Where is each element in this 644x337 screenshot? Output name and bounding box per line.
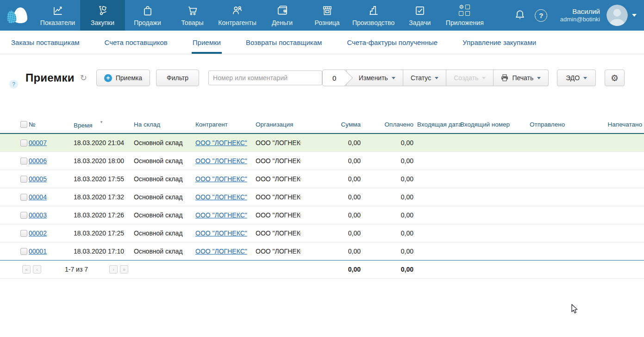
handtruck-icon bbox=[97, 5, 109, 17]
tab-supplier-returns[interactable]: Возвраты поставщикам bbox=[246, 31, 322, 54]
row-select-cell bbox=[0, 152, 29, 170]
column-header-time[interactable]: Время▾ bbox=[72, 117, 132, 134]
nav-item-label: Производство bbox=[352, 19, 394, 26]
document-link[interactable]: 00003 bbox=[29, 211, 47, 219]
table-row[interactable]: 00001 18.03.2020 17:10 Основной склад ОО… bbox=[0, 242, 644, 260]
apps-grid-icon: ⚙ bbox=[459, 5, 470, 17]
tab-label: Приемки bbox=[193, 38, 221, 46]
tab-supplier-orders[interactable]: Заказы поставщикам bbox=[11, 31, 80, 54]
incoming-number-cell bbox=[458, 242, 528, 260]
row-checkbox[interactable] bbox=[20, 158, 27, 165]
nav-item-sales[interactable]: Продажи bbox=[125, 0, 170, 31]
document-link[interactable]: 00007 bbox=[29, 139, 47, 146]
search-input[interactable] bbox=[208, 70, 322, 85]
people-icon bbox=[231, 5, 244, 17]
paid-cell: 0,00 bbox=[363, 206, 415, 224]
column-header-organization[interactable]: Организация bbox=[254, 117, 301, 134]
sum-cell: 0,00 bbox=[301, 170, 363, 188]
column-header-counterparty[interactable]: Контрагент bbox=[194, 117, 254, 134]
counterparty-link[interactable]: ООО "ЛОГНЕКС" bbox=[195, 211, 247, 219]
table-row[interactable]: 00004 18.03.2020 17:32 Основной склад ОО… bbox=[0, 188, 644, 206]
row-checkbox[interactable] bbox=[20, 140, 27, 146]
table-header-row: № Время▾ На склад Контрагент Организация… bbox=[0, 117, 644, 134]
nav-item-purchases[interactable]: Закупки bbox=[80, 0, 125, 31]
refresh-icon[interactable]: ↻ bbox=[80, 74, 87, 82]
counterparty-link[interactable]: ООО "ЛОГНЕКС" bbox=[195, 229, 247, 237]
prev-page-button[interactable]: ‹ bbox=[33, 265, 41, 273]
nav-item-apps[interactable]: ⚙ Приложения bbox=[442, 0, 487, 31]
column-header-sum[interactable]: Сумма bbox=[301, 117, 363, 134]
tab-receipts[interactable]: Приемки bbox=[193, 31, 221, 54]
selected-counter[interactable]: 0 bbox=[322, 70, 347, 86]
status-dropdown[interactable]: Статус bbox=[403, 70, 446, 86]
filter-button[interactable]: Фильтр bbox=[156, 70, 199, 86]
row-select-cell bbox=[0, 170, 29, 188]
document-link[interactable]: 00001 bbox=[29, 248, 47, 255]
incoming-date-cell bbox=[415, 242, 458, 260]
tab-supplier-invoices[interactable]: Счета поставщиков bbox=[105, 31, 168, 54]
document-link[interactable]: 00002 bbox=[29, 229, 47, 237]
tab-received-vat-invoices[interactable]: Счета-фактуры полученные bbox=[347, 31, 438, 54]
chevron-down-icon bbox=[583, 77, 587, 79]
paid-cell: 0,00 bbox=[363, 134, 415, 152]
column-header-sent[interactable]: Отправлено bbox=[528, 117, 579, 134]
shopping-cart-icon bbox=[187, 5, 199, 17]
column-header-number[interactable]: № bbox=[29, 117, 72, 134]
first-page-button[interactable]: « bbox=[22, 265, 31, 273]
receipts-table: № Время▾ На склад Контрагент Организация… bbox=[0, 117, 644, 279]
table-row[interactable]: 00003 18.03.2020 17:26 Основной склад ОО… bbox=[0, 206, 644, 224]
tab-label: Заказы поставщикам bbox=[11, 38, 80, 46]
user-menu[interactable]: Василий admin@botinki bbox=[560, 7, 600, 24]
counterparty-link[interactable]: ООО "ЛОГНЕКС" bbox=[195, 193, 247, 201]
warehouse-cell: Основной склад bbox=[132, 224, 194, 242]
nav-item-production[interactable]: Производство bbox=[350, 0, 397, 31]
help-button[interactable]: ? bbox=[531, 9, 552, 22]
nav-item-money[interactable]: Деньги bbox=[260, 0, 305, 31]
table-row[interactable]: 00005 18.03.2020 17:55 Основной склад ОО… bbox=[0, 170, 644, 188]
select-all-checkbox[interactable] bbox=[20, 121, 27, 128]
sum-cell: 0,00 bbox=[301, 134, 363, 152]
page-help-icon[interactable]: ? bbox=[9, 80, 18, 89]
row-checkbox[interactable] bbox=[20, 194, 27, 201]
notifications-button[interactable] bbox=[509, 9, 531, 22]
nav-item-tasks[interactable]: Задачи bbox=[397, 0, 442, 31]
avatar[interactable] bbox=[606, 5, 628, 26]
table-row[interactable]: 00006 18.03.2020 18:00 Основной склад ОО… bbox=[0, 152, 644, 170]
row-checkbox[interactable] bbox=[20, 212, 27, 219]
tab-purchase-management[interactable]: Управление закупками bbox=[463, 31, 536, 54]
create-dropdown[interactable]: Создать bbox=[446, 70, 494, 86]
row-checkbox[interactable] bbox=[20, 176, 27, 183]
counterparty-link[interactable]: ООО "ЛОГНЕКС" bbox=[195, 157, 247, 165]
incoming-number-cell bbox=[458, 188, 528, 206]
row-checkbox[interactable] bbox=[20, 230, 27, 237]
column-header-warehouse[interactable]: На склад bbox=[132, 117, 194, 134]
row-checkbox[interactable] bbox=[20, 248, 27, 255]
counterparty-link[interactable]: ООО "ЛОГНЕКС" bbox=[195, 248, 247, 255]
moysklad-logo[interactable] bbox=[0, 0, 35, 31]
last-page-button[interactable]: » bbox=[120, 265, 128, 273]
counterparty-link[interactable]: ООО "ЛОГНЕКС" bbox=[195, 175, 247, 183]
column-header-paid[interactable]: Оплачено bbox=[363, 117, 415, 134]
column-header-incoming-number[interactable]: Входящий номер bbox=[458, 117, 528, 134]
nav-item-counterparties[interactable]: Контрагенты bbox=[215, 0, 260, 31]
document-link[interactable]: 00005 bbox=[29, 175, 47, 183]
settings-button[interactable]: ⚙ bbox=[605, 70, 625, 86]
nav-item-goods[interactable]: Товары bbox=[170, 0, 215, 31]
column-header-incoming-date[interactable]: Входящая дата bbox=[415, 117, 458, 134]
document-link[interactable]: 00006 bbox=[29, 157, 47, 165]
check-square-icon bbox=[414, 5, 426, 17]
document-link[interactable]: 00004 bbox=[29, 193, 47, 201]
edo-dropdown[interactable]: ЭДО bbox=[557, 70, 596, 86]
user-menu-caret-icon[interactable] bbox=[632, 14, 637, 17]
next-page-button[interactable]: › bbox=[109, 265, 118, 273]
table-row[interactable]: 00002 18.03.2020 17:25 Основной склад ОО… bbox=[0, 224, 644, 242]
nav-item-retail[interactable]: Розница bbox=[305, 0, 350, 31]
change-dropdown[interactable]: Изменить bbox=[347, 70, 403, 86]
counterparty-link[interactable]: ООО "ЛОГНЕКС" bbox=[195, 139, 247, 146]
table-row[interactable]: 00007 18.03.2020 21:04 Основной склад ОО… bbox=[0, 134, 644, 152]
add-receipt-button[interactable]: + Приемка bbox=[96, 70, 150, 86]
incoming-date-cell bbox=[415, 152, 458, 170]
nav-item-indicators[interactable]: Показатели bbox=[35, 0, 80, 31]
print-dropdown[interactable]: Печать bbox=[494, 70, 549, 86]
column-header-printed[interactable]: Напечатано bbox=[579, 117, 644, 134]
